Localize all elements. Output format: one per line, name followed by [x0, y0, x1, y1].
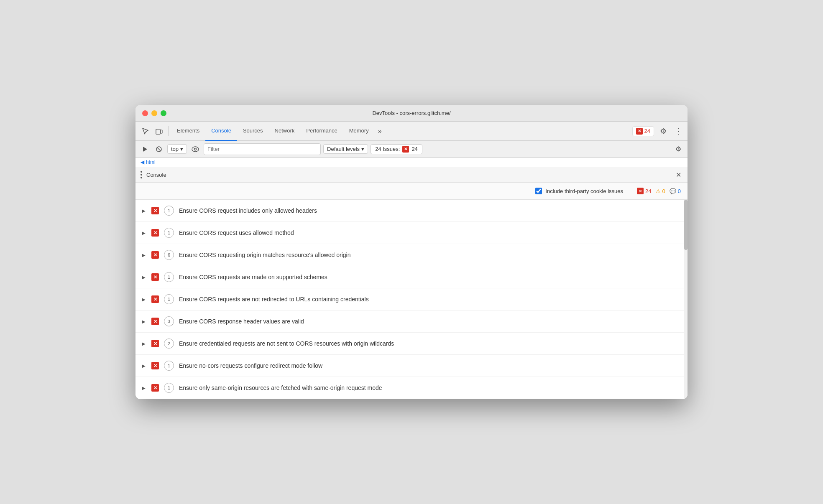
issue-count: 1 — [164, 294, 174, 304]
issue-count: 1 — [164, 228, 174, 238]
issues-error-icon: ✕ — [402, 146, 409, 153]
maximize-button[interactable] — [161, 110, 166, 116]
issue-row[interactable]: ▶ ✕ 2 Ensure credentialed requests are n… — [135, 333, 688, 355]
svg-point-5 — [192, 147, 199, 152]
issue-count: 3 — [164, 316, 174, 326]
issue-error-icon: ✕ — [151, 229, 159, 237]
expand-arrow: ▶ — [142, 297, 146, 302]
header-separator — [630, 187, 630, 195]
issue-count: 2 — [164, 339, 174, 349]
count-icons: ✕ 24 ⚠ 0 💬 0 — [637, 188, 681, 194]
run-icon[interactable] — [139, 143, 151, 155]
issue-row[interactable]: ▶ ✕ 1 Ensure CORS requests are made on s… — [135, 266, 688, 288]
console-panel-title: Console — [146, 172, 166, 178]
svg-point-6 — [194, 148, 197, 150]
issue-text: Ensure CORS requests are not redirected … — [179, 296, 369, 303]
svg-rect-0 — [156, 129, 160, 134]
expand-arrow: ▶ — [142, 364, 146, 368]
issue-text: Ensure CORS request uses allowed method — [179, 229, 294, 236]
issue-text: Ensure CORS requesting origin matches re… — [179, 252, 350, 258]
svg-rect-1 — [161, 130, 162, 133]
tab-performance[interactable]: Performance — [300, 122, 343, 141]
issue-count: 1 — [164, 206, 174, 216]
issue-count: 1 — [164, 361, 174, 371]
issue-row[interactable]: ▶ ✕ 1 Ensure only same-origin resources … — [135, 377, 688, 399]
scrollbar-thumb[interactable] — [684, 200, 688, 250]
tab-network[interactable]: Network — [269, 122, 301, 141]
issue-text: Ensure credentialed requests are not sen… — [179, 340, 394, 347]
device-toggle-icon[interactable] — [152, 125, 166, 138]
issue-error-icon: ✕ — [151, 251, 159, 259]
issue-error-icon: ✕ — [151, 362, 159, 369]
block-icon[interactable] — [153, 143, 165, 155]
console-toolbar: top ▾ Default levels ▾ 24 Issues: ✕ 24 ⚙ — [135, 141, 688, 158]
expand-arrow: ▶ — [142, 341, 146, 346]
issue-list: ▶ ✕ 1 Ensure CORS request includes only … — [135, 200, 688, 399]
devtools-window: DevTools - cors-errors.glitch.me/ Elemen… — [135, 105, 688, 399]
tab-navigation: Elements Console Sources Network Perform… — [171, 122, 632, 141]
levels-selector[interactable]: Default levels ▾ — [323, 144, 368, 154]
devtools-toolbar: Elements Console Sources Network Perform… — [135, 122, 688, 141]
inspect-icon[interactable] — [139, 125, 152, 138]
issue-text: Ensure CORS response header values are v… — [179, 318, 304, 325]
issue-row[interactable]: ▶ ✕ 1 Ensure CORS request includes only … — [135, 200, 688, 222]
expand-arrow: ▶ — [142, 209, 146, 213]
issue-row[interactable]: ▶ ✕ 1 Ensure CORS request uses allowed m… — [135, 222, 688, 244]
expand-arrow: ▶ — [142, 386, 146, 390]
error-count-badge[interactable]: ✕ 24 — [632, 126, 654, 136]
drag-handle[interactable] — [141, 171, 142, 178]
svg-marker-2 — [143, 147, 147, 152]
error-count: ✕ 24 — [637, 188, 651, 194]
scrollbar[interactable] — [684, 200, 688, 399]
warning-count: ⚠ 0 — [656, 188, 665, 194]
issues-header: Include third-party cookie issues ✕ 24 ⚠… — [135, 183, 688, 200]
issue-text: Ensure CORS requests are made on support… — [179, 274, 327, 280]
expand-arrow: ▶ — [142, 319, 146, 324]
issue-error-icon: ✕ — [151, 318, 159, 325]
issue-row[interactable]: ▶ ✕ 1 Ensure CORS requests are not redir… — [135, 288, 688, 311]
include-cookies-checkbox[interactable]: Include third-party cookie issues — [535, 188, 623, 194]
issues-badge[interactable]: 24 Issues: ✕ 24 — [371, 144, 422, 154]
issue-row[interactable]: ▶ ✕ 6 Ensure CORS requesting origin matc… — [135, 244, 688, 266]
issue-error-icon: ✕ — [151, 384, 159, 392]
console-panel-header: Console ✕ — [135, 167, 688, 183]
toolbar-right: ✕ 24 ⚙ ⋮ — [632, 125, 684, 137]
expand-arrow: ▶ — [142, 275, 146, 280]
error-icon: ✕ — [636, 128, 643, 135]
close-button[interactable] — [142, 110, 148, 116]
issue-list-container: ▶ ✕ 1 Ensure CORS request includes only … — [135, 200, 688, 399]
console-settings-icon[interactable]: ⚙ — [672, 143, 684, 155]
window-title: DevTools - cors-errors.glitch.me/ — [372, 110, 450, 116]
tab-memory[interactable]: Memory — [343, 122, 375, 141]
context-selector[interactable]: top ▾ — [167, 144, 187, 154]
title-bar: DevTools - cors-errors.glitch.me/ — [135, 105, 688, 122]
issue-row[interactable]: ▶ ✕ 1 Ensure no-cors requests configure … — [135, 355, 688, 377]
issue-text: Ensure only same-origin resources are fe… — [179, 384, 382, 391]
issue-count: 6 — [164, 250, 174, 260]
issue-error-icon: ✕ — [151, 273, 159, 281]
issue-error-icon: ✕ — [151, 295, 159, 303]
issue-row[interactable]: ▶ ✕ 3 Ensure CORS response header values… — [135, 311, 688, 333]
minimize-button[interactable] — [151, 110, 157, 116]
svg-line-4 — [157, 147, 161, 151]
toolbar-separator — [168, 126, 169, 136]
expand-arrow: ▶ — [142, 231, 146, 235]
issue-count: 1 — [164, 383, 174, 393]
expand-arrow: ▶ — [142, 253, 146, 257]
tab-elements[interactable]: Elements — [171, 122, 205, 141]
issue-count: 1 — [164, 272, 174, 282]
tab-console[interactable]: Console — [205, 122, 237, 141]
settings-icon[interactable]: ⚙ — [657, 125, 669, 137]
close-console-button[interactable]: ✕ — [674, 171, 682, 179]
traffic-lights — [142, 110, 166, 116]
more-options-icon[interactable]: ⋮ — [672, 125, 684, 137]
error-count-icon: ✕ — [637, 188, 644, 194]
eye-icon[interactable] — [189, 143, 201, 155]
info-count: 💬 0 — [670, 188, 681, 194]
tab-sources[interactable]: Sources — [237, 122, 269, 141]
breadcrumb: ◀ html — [135, 158, 688, 167]
issue-text: Ensure no-cors requests configure redire… — [179, 362, 322, 369]
more-tabs-button[interactable]: » — [375, 122, 385, 141]
filter-input[interactable] — [204, 143, 321, 155]
issue-error-icon: ✕ — [151, 340, 159, 347]
